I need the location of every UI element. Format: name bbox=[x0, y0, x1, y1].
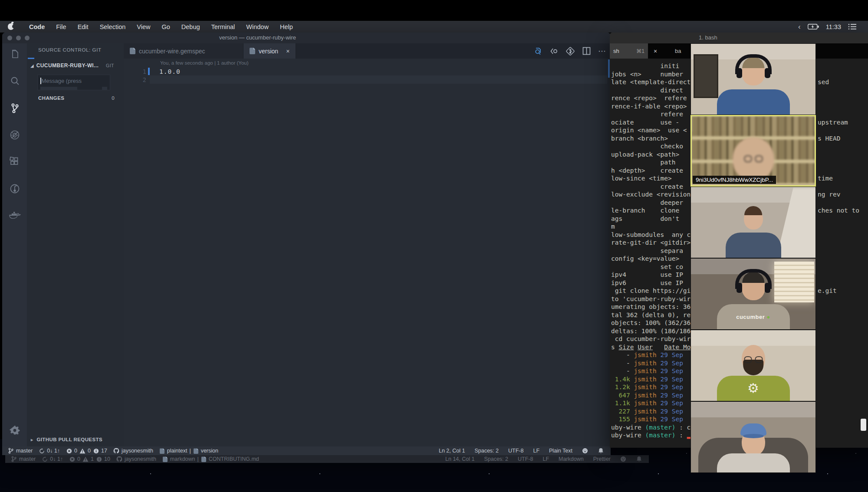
menu-item-go[interactable]: Go bbox=[156, 23, 175, 30]
branch-status-item[interactable]: master bbox=[8, 448, 33, 454]
menu-item-selection[interactable]: Selection bbox=[94, 23, 132, 30]
docker-icon[interactable] bbox=[8, 209, 21, 222]
tab-cucumber-wire-gemspec[interactable]: cucumber-wire.gemspec bbox=[124, 43, 243, 59]
language-mode[interactable]: Plain Text bbox=[549, 448, 572, 454]
cursor-position[interactable]: Ln 2, Col 1 bbox=[439, 448, 465, 454]
section-caret-icon: ▸ bbox=[31, 437, 33, 442]
file-icon bbox=[194, 448, 198, 454]
changes-section-header[interactable]: CHANGES 0 bbox=[38, 95, 115, 101]
terminal-line-right-fragment: sed bbox=[818, 78, 829, 86]
terminal-tab-2-label[interactable]: ba bbox=[675, 48, 681, 54]
code-editor[interactable]: You, a few seconds ago | 1 author (You) … bbox=[124, 59, 611, 446]
menu-item-window[interactable]: Window bbox=[240, 23, 274, 30]
battery-icon[interactable] bbox=[808, 24, 819, 30]
file-mode-status-item[interactable]: plaintext|version bbox=[159, 448, 218, 454]
modified-line-gutter-indicator bbox=[148, 68, 150, 75]
video-participant-3[interactable] bbox=[690, 187, 816, 258]
menu-item-help[interactable]: Help bbox=[274, 23, 299, 30]
collapse-caret-icon[interactable]: ◢ bbox=[30, 63, 34, 68]
warning-count[interactable]: 1 bbox=[91, 456, 94, 462]
changes-count-badge: 0 bbox=[112, 95, 115, 101]
participant-figure bbox=[692, 116, 815, 185]
tab-label: version bbox=[259, 48, 278, 55]
file-icon bbox=[160, 448, 164, 454]
terminal-line-right-fragment: e.git bbox=[818, 287, 837, 295]
menu-item-file[interactable]: File bbox=[50, 23, 72, 30]
search-icon[interactable] bbox=[8, 75, 21, 88]
changes-label: CHANGES bbox=[38, 95, 64, 101]
menu-item-edit[interactable]: Edit bbox=[72, 23, 94, 30]
settings-gear-icon[interactable] bbox=[8, 424, 21, 437]
notification-center-icon[interactable] bbox=[848, 23, 857, 30]
tab-version[interactable]: version × bbox=[243, 43, 296, 59]
video-participant-4[interactable]: cucumber ● bbox=[690, 258, 816, 330]
git-compare-icon[interactable] bbox=[566, 47, 575, 56]
menu-item-terminal[interactable]: Terminal bbox=[206, 23, 241, 30]
terminal-title-bar[interactable]: 1. bash bbox=[610, 33, 868, 43]
sync-status-item[interactable]: 0↓ 1↑ bbox=[39, 448, 60, 454]
mode-label[interactable]: markdown bbox=[170, 456, 195, 462]
more-actions-icon[interactable]: ⋯ bbox=[598, 46, 606, 56]
extensions-icon[interactable] bbox=[8, 155, 21, 168]
debug-icon[interactable] bbox=[8, 128, 21, 141]
github-pull-requests-section[interactable]: ▸ GITHUB PULL REQUESTS bbox=[31, 437, 102, 442]
zoom-window-button[interactable] bbox=[25, 36, 30, 40]
explorer-icon[interactable] bbox=[8, 48, 21, 61]
branch-name: master bbox=[16, 448, 33, 454]
notifications-bell-icon[interactable] bbox=[636, 456, 642, 462]
apple-menu-icon[interactable] bbox=[8, 23, 14, 30]
minimize-window-button[interactable] bbox=[16, 36, 21, 40]
eol[interactable]: LF bbox=[542, 456, 549, 462]
cursor-position[interactable]: Ln 14, Col 1 bbox=[445, 456, 474, 462]
repo-provider-badge: GIT bbox=[106, 63, 114, 68]
mode-label: plaintext bbox=[167, 448, 187, 454]
info-icon bbox=[96, 456, 102, 462]
search-editors-icon[interactable] bbox=[534, 47, 542, 56]
menu-item-code[interactable]: Code bbox=[23, 23, 50, 30]
repo-tree-item[interactable]: ◢ CUCUMBER-RUBY-WI... GIT bbox=[30, 62, 120, 69]
codelens-blame[interactable]: You, a few seconds ago | 1 author (You) bbox=[124, 59, 611, 67]
video-participant-6[interactable] bbox=[690, 401, 816, 473]
video-participant-5[interactable]: ⚙ bbox=[690, 330, 816, 401]
menu-item-debug[interactable]: Debug bbox=[176, 23, 206, 30]
encoding[interactable]: UTF-8 bbox=[518, 456, 533, 462]
sidebar-progress-indicator bbox=[28, 58, 34, 59]
participant-id-label: 9ni3Ud0vfNJ8hbWwXZCjbP... bbox=[693, 176, 776, 184]
terminal-tab-close-icon[interactable]: × bbox=[648, 48, 663, 55]
video-participant-2[interactable]: 9ni3Ud0vfNJ8hbWwXZCjbP... bbox=[690, 115, 816, 187]
problems-status-item[interactable]: 0 0 17 bbox=[66, 448, 107, 454]
branch-name[interactable]: master bbox=[19, 456, 36, 462]
notifications-bell-icon[interactable] bbox=[598, 448, 604, 454]
commit-message-input[interactable]: Message (press bbox=[37, 75, 110, 90]
vscode-title-bar[interactable]: version — cucumber-ruby-wire bbox=[2, 33, 611, 43]
error-count[interactable]: 0 bbox=[77, 456, 80, 462]
github-status-item[interactable]: jaysonesmith bbox=[113, 448, 153, 454]
formatter[interactable]: Prettier bbox=[593, 456, 611, 462]
menu-clock[interactable]: 11:33 bbox=[826, 23, 841, 30]
menu-item-view[interactable]: View bbox=[131, 23, 156, 30]
github-pull-requests-icon[interactable] bbox=[8, 182, 21, 195]
info-count[interactable]: 10 bbox=[104, 456, 110, 462]
video-participant-1[interactable] bbox=[690, 43, 816, 115]
close-window-button[interactable] bbox=[7, 36, 12, 40]
terminal-scrollbar-thumb[interactable] bbox=[861, 419, 866, 431]
source-control-icon[interactable] bbox=[8, 102, 21, 115]
terminal-tab-bash[interactable]: sh ⌘1 bbox=[610, 43, 648, 59]
encoding[interactable]: UTF-8 bbox=[508, 448, 523, 454]
sync-counts[interactable]: 0↓ 1↑ bbox=[50, 456, 63, 462]
indentation[interactable]: Spaces: 2 bbox=[484, 456, 508, 462]
github-user[interactable]: jaysonesmith bbox=[125, 456, 156, 462]
menu-extra-chevron-icon[interactable]: ‹ bbox=[798, 23, 801, 31]
indentation[interactable]: Spaces: 2 bbox=[474, 448, 499, 454]
open-changes-icon[interactable] bbox=[550, 47, 559, 56]
github-pull-requests-label: GITHUB PULL REQUESTS bbox=[36, 437, 102, 442]
feedback-smiley-icon[interactable] bbox=[620, 456, 626, 462]
menu-items: CodeFileEditSelectionViewGoDebugTerminal… bbox=[23, 23, 299, 30]
eol[interactable]: LF bbox=[533, 448, 539, 454]
info-icon bbox=[93, 448, 99, 454]
file-label[interactable]: CONTRIBUTING.md bbox=[209, 456, 259, 462]
close-tab-icon[interactable]: × bbox=[286, 48, 289, 55]
feedback-smiley-icon[interactable] bbox=[582, 448, 588, 454]
language-mode[interactable]: Markdown bbox=[559, 456, 584, 462]
split-editor-icon[interactable] bbox=[582, 47, 591, 56]
